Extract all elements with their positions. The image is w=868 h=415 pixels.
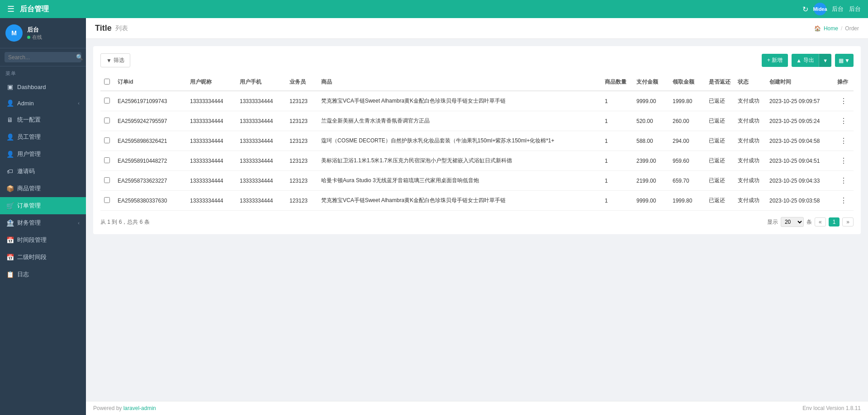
cell-phone: 13333334444 [236, 191, 286, 211]
cell-status: 支付成功 [734, 91, 766, 111]
columns-button[interactable]: ▦ ▼ [835, 54, 854, 67]
row-actions-button[interactable]: ⋮ [837, 175, 850, 186]
sidebar-item-goods[interactable]: 📦 商品管理 [0, 180, 86, 197]
cell-username: 13333334444 [186, 191, 236, 211]
row-checkbox-cell [100, 151, 114, 171]
cell-time: 2023-10-25 09:04:58 [766, 131, 834, 151]
content-area: ▼ 筛选 + 新增 ▲ 导出 ▼ [86, 39, 868, 401]
row-checkbox[interactable] [104, 118, 110, 123]
user-icon: 👤 [6, 151, 14, 158]
row-checkbox[interactable] [104, 98, 110, 104]
cell-pay: 9999.00 [633, 191, 669, 211]
search-input[interactable] [8, 54, 76, 61]
sidebar-status: 在线 [27, 34, 42, 41]
cell-pay: 2399.00 [633, 151, 669, 171]
sidebar-item-user[interactable]: 👤 用户管理 [0, 146, 86, 163]
sidebar-item-log[interactable]: 📋 日志 [0, 266, 86, 283]
avatar: M [5, 24, 23, 42]
row-checkbox[interactable] [104, 137, 110, 143]
sidebar-item-employee[interactable]: 👤 员工管理 [0, 128, 86, 146]
row-actions-button[interactable]: ⋮ [837, 96, 850, 106]
content-card: ▼ 筛选 + 新增 ▲ 导出 ▼ [93, 46, 861, 234]
chevron-right-finance-icon: ‹ [78, 220, 80, 226]
sidebar-item-timeslot[interactable]: 📅 时间段管理 [0, 231, 86, 249]
cell-qty: 1 [601, 191, 633, 211]
header-right: ↻ Midea 后台 后台 [802, 3, 861, 15]
hamburger-icon[interactable]: ☰ [7, 4, 14, 14]
sidebar-item-admin[interactable]: 👤 Admin ‹ [0, 95, 86, 111]
sidebar-item-config[interactable]: 🖥 统一配置 [0, 111, 86, 128]
col-header-goods: 商品 [318, 74, 601, 91]
status-dot [27, 36, 30, 39]
cell-status: 支付成功 [734, 171, 766, 191]
cell-goods: 梵克雅宝VCA手链Sweet Alhambra黄K金配白色珍珠贝母手链女士四叶草… [318, 191, 601, 211]
breadcrumb: 🏠 Home / Order [814, 25, 859, 32]
cell-id: EA25958733623227 [114, 171, 186, 191]
sidebar-item-timeslot2[interactable]: 📅 二级时间段 [0, 249, 86, 266]
pagination-info: 从 1 到 6，总共 6 条 [100, 218, 150, 226]
next-page-button[interactable]: » [842, 217, 854, 226]
sidebar-item-order[interactable]: 🛒 订单管理 [0, 197, 86, 214]
logout-button[interactable]: 后台 [849, 5, 861, 13]
current-page-button[interactable]: 1 [829, 217, 840, 226]
sidebar-item-label: 时间段管理 [17, 236, 47, 244]
timeslot-icon: 📅 [6, 236, 14, 244]
main-content: Title 列表 🏠 Home / Order ▼ 筛选 [86, 18, 868, 415]
col-header-staff: 业务员 [286, 74, 318, 91]
cell-staff: 123123 [286, 91, 318, 111]
select-all-checkbox[interactable] [104, 79, 110, 85]
export-dropdown-button[interactable]: ▼ [819, 54, 831, 67]
cell-receive: 1999.80 [669, 191, 705, 211]
cell-refund: 已返还 [705, 171, 734, 191]
cell-status: 支付成功 [734, 111, 766, 131]
cell-id: EA25959242795597 [114, 111, 186, 131]
table-row: EA25961971099743 13333334444 13333334444… [100, 91, 854, 111]
col-header-refund: 是否返还 [705, 74, 734, 91]
cell-receive: 959.60 [669, 151, 705, 171]
admin-icon: 👤 [6, 99, 14, 107]
toolbar-right: + 新增 ▲ 导出 ▼ ▦ ▼ [762, 54, 854, 67]
cell-qty: 1 [601, 171, 633, 191]
sidebar-item-dashboard[interactable]: ▣ Dashboard [0, 79, 86, 95]
row-actions-button[interactable]: ⋮ [837, 156, 850, 166]
cell-staff: 123123 [286, 111, 318, 131]
page-size-select[interactable]: 20 50 100 [781, 217, 804, 227]
header-checkbox-cell [100, 74, 114, 91]
cell-username: 13333334444 [186, 131, 236, 151]
sidebar-item-finance[interactable]: 🏦 财务管理 ‹ [0, 214, 86, 231]
refresh-icon[interactable]: ↻ [802, 5, 808, 14]
cell-refund: 已返还 [705, 191, 734, 211]
prev-page-button[interactable]: « [815, 217, 826, 226]
row-actions-button[interactable]: ⋮ [837, 136, 850, 146]
new-button[interactable]: + 新增 [762, 54, 788, 67]
data-table: 订单id 用户昵称 用户手机 业务员 商品 商品数量 支付金额 领取金额 是否返… [100, 74, 854, 211]
cell-username: 13333334444 [186, 151, 236, 171]
row-checkbox-cell [100, 131, 114, 151]
sidebar-username: 后台 [27, 26, 42, 34]
search-input-wrap[interactable]: 🔍 [5, 52, 81, 62]
cell-actions: ⋮ [834, 191, 854, 211]
cell-time: 2023-10-25 09:03:58 [766, 191, 834, 211]
filter-button[interactable]: ▼ 筛选 [100, 53, 130, 67]
laravel-admin-link[interactable]: laravel-admin [123, 405, 156, 411]
cell-username: 13333334444 [186, 91, 236, 111]
sidebar-item-label: Admin [17, 100, 34, 107]
row-checkbox[interactable] [104, 177, 110, 183]
col-header-qty: 商品数量 [601, 74, 633, 91]
row-checkbox[interactable] [104, 197, 110, 203]
filter-icon: ▼ [106, 57, 112, 64]
row-actions-button[interactable]: ⋮ [837, 195, 850, 206]
row-checkbox[interactable] [104, 157, 110, 163]
breadcrumb-home[interactable]: Home [824, 25, 838, 32]
sidebar-item-invite[interactable]: 🏷 邀请码 [0, 163, 86, 180]
row-actions-button[interactable]: ⋮ [837, 116, 850, 126]
table-row: EA25958986326421 13333334444 13333334444… [100, 131, 854, 151]
sidebar-item-label: 员工管理 [17, 133, 41, 141]
config-icon: 🖥 [6, 116, 14, 123]
toolbar: ▼ 筛选 + 新增 ▲ 导出 ▼ [100, 53, 854, 67]
col-header-time: 创建时间 [766, 74, 834, 91]
cell-id: EA25958986326421 [114, 131, 186, 151]
export-button[interactable]: ▲ 导出 [792, 54, 819, 67]
timeslot2-icon: 📅 [6, 254, 14, 261]
employee-icon: 👤 [6, 133, 14, 141]
